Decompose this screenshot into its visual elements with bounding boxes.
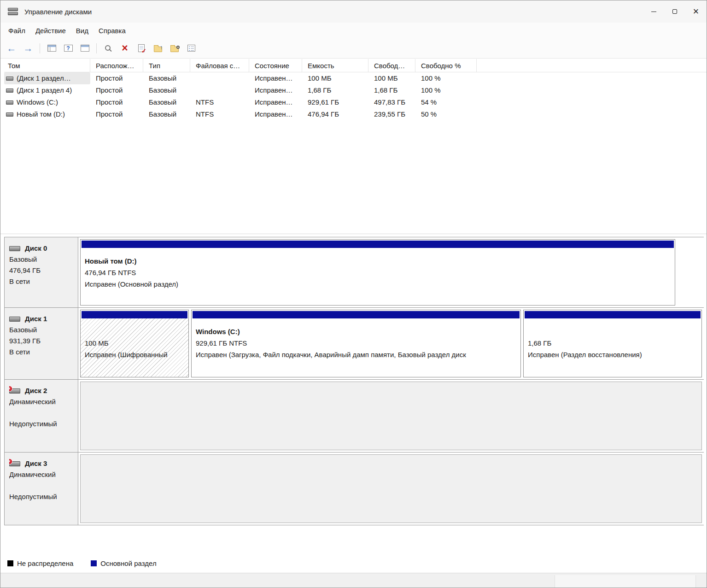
disk-0-panel[interactable]: Диск 0 Базовый 476,94 ГБ В сети: [5, 237, 78, 307]
partition-body: Новый том (D:) 476,94 ГБ NTFS Исправен (…: [81, 248, 675, 305]
column-type[interactable]: Тип: [143, 59, 190, 72]
maximize-icon: [672, 9, 677, 14]
menu-file[interactable]: Файл: [3, 24, 30, 37]
disk-status: Недопустимый: [9, 491, 74, 502]
volume-cell: 100 МБ: [368, 72, 415, 84]
volume-cell: 50 %: [415, 108, 477, 120]
disk-3-panel[interactable]: ×Диск 3 Динамический Недопустимый: [5, 453, 78, 525]
column-capacity[interactable]: Емкость: [302, 59, 368, 72]
disk-2-partitions: [78, 380, 704, 452]
volume-row[interactable]: Новый том (D:) Простой Базовый NTFS Испр…: [4, 108, 707, 120]
volume-cell: Простой: [90, 108, 143, 120]
disk-size: [9, 407, 74, 418]
volume-cell: 497,83 ГБ: [368, 96, 415, 108]
legend-unallocated: Не распределена: [7, 559, 73, 567]
resize-grip[interactable]: [695, 575, 707, 588]
volume-cell-name: (Диск 1 раздел 4): [4, 84, 90, 96]
partition-state: Исправен (Основной раздел): [85, 278, 671, 290]
volume-row[interactable]: (Диск 1 раздел… Простой Базовый Исправен…: [4, 72, 707, 84]
forward-button[interactable]: →: [21, 41, 35, 56]
volume-cell: 929,61 ГБ: [302, 96, 368, 108]
disk-size: [9, 480, 74, 491]
disk-name: Диск 3: [25, 458, 47, 469]
partition-color-strip: [525, 311, 701, 318]
column-status[interactable]: Состояние: [249, 59, 302, 72]
volume-cell: 1,68 ГБ: [368, 84, 415, 96]
action-pane-button[interactable]: [77, 41, 92, 56]
legend-label: Не распределена: [17, 559, 73, 567]
disk-row-2: ×Диск 2 Динамический Недопустимый: [4, 380, 704, 453]
zoom-button[interactable]: [101, 41, 116, 56]
disk-name: Диск 2: [25, 385, 47, 396]
column-filler: [477, 59, 707, 72]
volume-cell: Простой: [90, 72, 143, 84]
disk-management-window: Управление дисками × Файл Действие Вид С…: [0, 0, 707, 588]
column-free-percent[interactable]: Свободно %: [415, 59, 477, 72]
close-button[interactable]: ×: [685, 0, 707, 23]
disk-type: Динамический: [9, 469, 74, 480]
partition-size: 929,61 ГБ NTFS: [196, 337, 516, 349]
column-filesystem[interactable]: Файловая с…: [190, 59, 249, 72]
disk-type: Динамический: [9, 396, 74, 407]
legend-label: Основной раздел: [100, 559, 156, 567]
volume-icon: [6, 76, 13, 81]
partition-efi-system[interactable]: 100 МБ Исправен (Шифрованный: [80, 310, 189, 377]
volume-cell: 100 %: [415, 84, 477, 96]
statusbar-segment: [555, 575, 695, 588]
menu-view[interactable]: Вид: [71, 24, 93, 37]
disk-status: В сети: [9, 276, 74, 287]
minimize-icon: [651, 12, 656, 12]
volume-cell: Базовый: [143, 84, 190, 96]
legend-primary-partition: Основной раздел: [91, 559, 156, 567]
toolbar-separator: [96, 43, 97, 53]
disk-status: В сети: [9, 347, 74, 358]
menu-help[interactable]: Справка: [93, 24, 131, 37]
partition-body: Windows (C:) 929,61 ГБ NTFS Исправен (За…: [192, 318, 520, 377]
volume-cell-name: Windows (C:): [4, 96, 90, 108]
console-tree-button[interactable]: [44, 41, 59, 56]
volume-cell: [190, 72, 249, 84]
disk-3-empty-region[interactable]: [80, 454, 702, 523]
volume-cell: Исправен…: [249, 84, 302, 96]
disk-1-panel[interactable]: Диск 1 Базовый 931,39 ГБ В сети: [5, 308, 78, 379]
properties-button[interactable]: [184, 41, 199, 56]
delete-icon: ×: [122, 43, 128, 53]
open-button[interactable]: ↑: [151, 41, 165, 56]
help-button[interactable]: ?: [61, 41, 76, 56]
disk-row-0: Диск 0 Базовый 476,94 ГБ В сети Новый то…: [4, 237, 704, 308]
disk-icon: [9, 246, 20, 251]
volume-cell: [477, 84, 707, 96]
maximize-button[interactable]: [664, 0, 685, 23]
disk-2-empty-region[interactable]: [80, 382, 702, 450]
volume-cell: NTFS: [190, 96, 249, 108]
minimize-button[interactable]: [643, 0, 664, 23]
explore-button[interactable]: [167, 41, 182, 56]
titlebar: Управление дисками ×: [0, 0, 707, 23]
column-layout[interactable]: Располож…: [90, 59, 143, 72]
disk-error-icon: ×: [9, 461, 20, 466]
volume-cell: Простой: [90, 84, 143, 96]
volume-cell: Базовый: [143, 96, 190, 108]
partition-recovery[interactable]: 1,68 ГБ Исправен (Раздел восстановления): [523, 310, 702, 377]
back-button[interactable]: ←: [4, 41, 19, 56]
volume-cell: [477, 96, 707, 108]
partition-state: Исправен (Загрузка, Файл подкачки, Авари…: [196, 349, 516, 360]
check-volume-button[interactable]: [134, 41, 149, 56]
disk-size: 931,39 ГБ: [9, 335, 74, 347]
partition-name: [528, 326, 697, 337]
partition-windows-c[interactable]: Windows (C:) 929,61 ГБ NTFS Исправен (За…: [191, 310, 521, 377]
disk-icon: [9, 317, 20, 322]
disk-row-3: ×Диск 3 Динамический Недопустимый: [4, 453, 704, 525]
partition-color-strip: [82, 311, 187, 318]
disk-status: Недопустимый: [9, 418, 74, 429]
menu-action[interactable]: Действие: [30, 24, 71, 37]
delete-volume-button[interactable]: ×: [117, 41, 132, 56]
column-volume[interactable]: Том: [4, 59, 90, 72]
partition-new-volume-d[interactable]: Новый том (D:) 476,94 ГБ NTFS Исправен (…: [80, 239, 675, 306]
disk-2-panel[interactable]: ×Диск 2 Динамический Недопустимый: [5, 380, 78, 452]
volume-row[interactable]: (Диск 1 раздел 4) Простой Базовый Исправ…: [4, 84, 707, 96]
volume-list: Том Располож… Тип Файловая с… Состояние …: [0, 59, 707, 233]
volume-row[interactable]: Windows (C:) Простой Базовый NTFS Исправ…: [4, 96, 707, 108]
column-free[interactable]: Свобод…: [368, 59, 415, 72]
help-icon: ?: [64, 45, 73, 52]
